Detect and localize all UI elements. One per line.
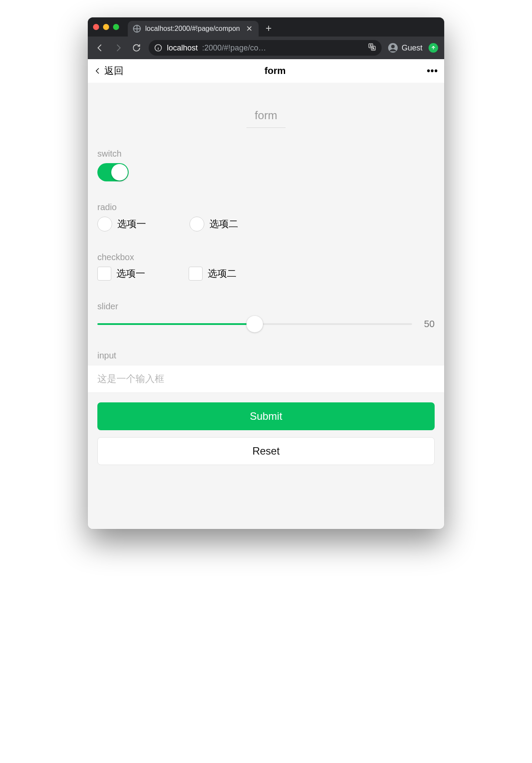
checkbox-icon — [189, 267, 203, 281]
text-input[interactable] — [88, 365, 444, 392]
checkbox-option-1[interactable]: 选项一 — [97, 267, 145, 281]
input-label: input — [88, 351, 444, 361]
submit-button[interactable]: Submit — [97, 402, 435, 430]
tab-strip: localhost:2000/#!page/compon ✕ + — [88, 17, 444, 37]
input-wrap — [88, 365, 444, 393]
checkbox-option-2[interactable]: 选项二 — [189, 267, 236, 281]
browser-tab[interactable]: localhost:2000/#!page/compon ✕ — [128, 21, 259, 37]
slider-knob[interactable] — [246, 316, 263, 332]
radio-option-1[interactable]: 选项一 — [97, 217, 146, 231]
browser-chrome: localhost:2000/#!page/compon ✕ + localho… — [88, 17, 444, 59]
extension-icon[interactable] — [429, 43, 438, 53]
globe-icon — [133, 25, 141, 33]
svg-point-6 — [391, 45, 395, 48]
checkbox-option-label: 选项二 — [208, 267, 236, 280]
navbar-back-button[interactable]: 返回 — [94, 64, 123, 77]
address-bar[interactable]: localhost :2000/#!page/co… — [149, 40, 382, 56]
navbar-title: form — [265, 65, 286, 77]
radio-label: radio — [97, 202, 435, 212]
slider-section: slider 50 — [88, 301, 444, 330]
reload-button[interactable] — [130, 43, 143, 53]
url-path: :2000/#!page/co… — [202, 44, 266, 53]
page-content: 返回 form ••• form switch radio 选项一 — [88, 59, 444, 529]
site-info-icon[interactable] — [154, 44, 163, 52]
switch-knob — [111, 164, 128, 181]
mini-program-navbar: 返回 form ••• — [88, 59, 444, 83]
window-controls — [93, 24, 119, 30]
tab-close-icon[interactable]: ✕ — [244, 24, 254, 33]
navbar-more-icon[interactable]: ••• — [427, 65, 438, 77]
tab-title: localhost:2000/#!page/compon — [145, 25, 240, 33]
page-title: form — [88, 109, 444, 122]
page-title-underline — [246, 127, 286, 128]
radio-section: radio 选项一 选项二 — [88, 202, 444, 231]
slider-value: 50 — [420, 318, 435, 330]
back-button[interactable] — [94, 43, 106, 53]
forward-button[interactable] — [112, 43, 124, 53]
input-section: input — [88, 351, 444, 393]
reset-button[interactable]: Reset — [97, 437, 435, 465]
checkbox-label: checkbox — [97, 252, 435, 262]
radio-option-label: 选项二 — [209, 218, 238, 231]
submit-button-label: Submit — [250, 410, 283, 422]
checkbox-icon — [97, 267, 111, 281]
traffic-minimize-icon[interactable] — [103, 24, 109, 30]
traffic-close-icon[interactable] — [93, 24, 99, 30]
switch-label: switch — [97, 149, 435, 159]
slider-fill — [97, 323, 255, 325]
radio-icon — [190, 217, 204, 231]
radio-icon — [97, 217, 112, 231]
slider-label: slider — [97, 301, 435, 311]
radio-option-label: 选项一 — [117, 218, 146, 231]
new-tab-button[interactable]: + — [263, 23, 274, 33]
profile-label: Guest — [402, 44, 422, 53]
slider-track[interactable] — [97, 323, 412, 325]
checkbox-section: checkbox 选项一 选项二 — [88, 252, 444, 281]
switch-section: switch — [88, 149, 444, 181]
profile-chip[interactable]: Guest — [388, 43, 422, 53]
browser-toolbar: localhost :2000/#!page/co… Guest — [88, 37, 444, 59]
navbar-back-label: 返回 — [104, 64, 123, 77]
translate-icon[interactable] — [368, 43, 376, 53]
avatar-icon — [388, 43, 398, 53]
url-host: localhost — [167, 44, 198, 53]
browser-window: localhost:2000/#!page/compon ✕ + localho… — [88, 17, 444, 529]
switch-toggle[interactable] — [97, 163, 129, 181]
reset-button-label: Reset — [253, 445, 280, 457]
radio-option-2[interactable]: 选项二 — [190, 217, 238, 231]
traffic-zoom-icon[interactable] — [113, 24, 119, 30]
button-area: Submit Reset — [88, 393, 444, 475]
checkbox-option-label: 选项一 — [116, 267, 145, 280]
